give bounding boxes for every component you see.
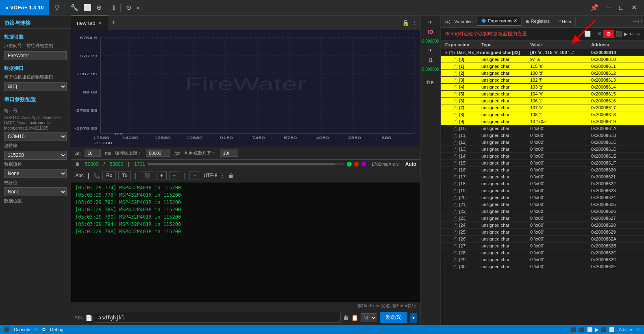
pin-button[interactable]: 📌 xyxy=(587,3,602,12)
clear-serial-icon[interactable]: 🗑 xyxy=(228,172,234,179)
debug-maximize-icon[interactable]: □ xyxy=(638,18,642,24)
debug-row[interactable]: (*) [16]unsigned char0 '\x00'0x20008620 xyxy=(441,167,644,174)
status-icon-3[interactable]: ⬜ xyxy=(587,327,593,332)
debug-row[interactable]: (*) [25]unsigned char0 '\x00'0x20008629 xyxy=(441,229,644,236)
debug-row[interactable]: (*) [4]unsigned char103 'g'0x20008614 xyxy=(441,84,644,91)
debug-row[interactable]: (*) [11]unsigned char0 '\x00'0x2000861B xyxy=(441,132,644,139)
plus-button[interactable]: + xyxy=(157,171,167,180)
debug-row[interactable]: (*) [8]unsigned char108 'l'0x20008618 xyxy=(441,111,644,118)
debug-table-body[interactable]: ▾(*)▾ Uart_Rx_Bufferunsigned char[32][97… xyxy=(441,49,644,325)
debug-row[interactable]: (*) [22]unsigned char0 '\x00'0x20008626 xyxy=(441,208,644,215)
tx-button[interactable]: Tx xyxy=(118,171,131,180)
debug-row[interactable]: (*) [6]unsigned char106 'j'0x20008616 xyxy=(441,98,644,104)
debug-row[interactable]: (*) [24]unsigned char0 '\x00'0x20008628 xyxy=(441,222,644,229)
debug-hdr-icon-2[interactable]: + xyxy=(592,31,596,37)
tab-menu-icon[interactable]: ⋮ xyxy=(411,20,417,26)
toolbar-wrench-icon[interactable]: 🔧 xyxy=(69,2,80,13)
eye-icon-1[interactable]: 👁 xyxy=(428,20,433,25)
debug-row[interactable]: (*) [18]unsigned char0 '\x00'0x20008622 xyxy=(441,180,644,187)
parity-select[interactable]: None xyxy=(4,187,67,196)
active-tab[interactable]: new tab ✕ xyxy=(71,15,108,30)
engine-input[interactable] xyxy=(4,51,67,60)
debug-row[interactable]: (*) [30]unsigned char0 '\x00'0x2000862E xyxy=(441,263,644,270)
eye-icon-2[interactable]: 👁 xyxy=(428,48,433,53)
debug-row[interactable]: (*) [14]unsigned char0 '\x00'0x2000861E xyxy=(441,153,644,160)
debug-row[interactable]: (*) [27]unsigned char0 '\x00'0x2000862B xyxy=(441,243,644,249)
port-select[interactable]: COM10 xyxy=(4,132,67,141)
debug-row[interactable]: (*) [12]unsigned char0 '\x00'0x2000861C xyxy=(441,139,644,146)
trash-icon[interactable]: 🗑 xyxy=(75,161,80,167)
status-console-label[interactable]: Console xyxy=(14,327,30,332)
debug-row[interactable]: (*) [28]unsigned char0 '\x00'0x2000862C xyxy=(441,249,644,256)
rx-button[interactable]: Rx xyxy=(102,171,116,180)
debug-row[interactable]: (*) [23]unsigned char0 '\x00'0x20008627 xyxy=(441,215,644,222)
toolbar-expand-icon[interactable]: « xyxy=(135,3,141,13)
tab-lock-icon[interactable]: 🔒 xyxy=(402,20,409,26)
debug-hdr-icon-7[interactable]: ↩ xyxy=(629,31,634,37)
status-icon-1[interactable]: ⬛ xyxy=(571,327,577,332)
expand-icon[interactable]: ▾ xyxy=(445,50,447,55)
debug-row[interactable]: (*) [1]unsigned char115 's'0x20008611 xyxy=(441,63,644,70)
debug-tab-help[interactable]: ? Help xyxy=(554,17,576,26)
serial-text-input[interactable] xyxy=(95,313,341,323)
toolbar-info-icon[interactable]: ℹ xyxy=(111,2,116,13)
baud-select[interactable]: 115200 xyxy=(4,151,67,160)
debug-hdr-icon-6[interactable]: ▶ xyxy=(624,31,628,37)
input-copy-icon[interactable]: 📋 xyxy=(351,314,358,321)
debug-tab-registers[interactable]: ⊞ Registers xyxy=(522,17,554,26)
status-debug-label[interactable]: Debug xyxy=(50,327,63,332)
debug-minimize-icon[interactable]: ─ xyxy=(633,18,637,24)
minus-button[interactable]: − xyxy=(169,171,179,180)
debug-hdr-icon-1[interactable]: ⬜ xyxy=(584,31,591,37)
encoding-icon[interactable]: ↔ xyxy=(189,171,201,180)
debug-row[interactable]: (*) [3]unsigned char102 'f'0x20008613 xyxy=(441,77,644,84)
status-icon-2[interactable]: ⬛ xyxy=(579,327,585,332)
align-button[interactable]: ⬛ xyxy=(141,171,154,180)
toolbar-dropdown-icon[interactable]: ▽ xyxy=(53,2,61,13)
input-clear-icon[interactable]: 🗑 xyxy=(343,314,349,321)
more-icon[interactable]: ⋮ xyxy=(220,172,226,179)
close-button[interactable]: ✕ xyxy=(628,3,640,12)
status-advice-label[interactable]: Advice xyxy=(619,327,632,332)
auto-input[interactable] xyxy=(220,150,238,157)
phone-icon[interactable]: 📞 xyxy=(93,172,100,179)
interface-select[interactable]: 串口 xyxy=(4,82,67,91)
buffer-input[interactable] xyxy=(146,150,170,157)
debug-refresh-button[interactable]: ⚙ xyxy=(603,30,614,38)
debug-row[interactable]: (*) [5]unsigned char104 'h'0x20008615 xyxy=(441,91,644,98)
debug-row[interactable]: (*) [17]unsigned char0 '\x00'0x20008621 xyxy=(441,174,644,180)
debug-tab-variables[interactable]: (x)= Variables xyxy=(441,17,477,26)
serial-output[interactable]: [05:03:29.774] MSP432P401R in 115200[05:… xyxy=(71,182,420,302)
debug-row[interactable]: (*) [20]unsigned char0 '\x00'0x20008624 xyxy=(441,194,644,201)
tab-add-button[interactable]: + xyxy=(108,18,119,27)
progress-track[interactable] xyxy=(148,163,344,165)
debug-hdr-icon-5[interactable]: ⬛ xyxy=(616,31,622,37)
debug-row[interactable]: (*) [13]unsigned char0 '\x00'0x2000861D xyxy=(441,146,644,153)
delta-t-input[interactable] xyxy=(85,150,101,157)
status-icon-5[interactable]: ⬛ xyxy=(601,327,607,332)
toolbar-fingerprint-icon[interactable]: ⊙ xyxy=(125,2,133,13)
tab-close-button[interactable]: ✕ xyxy=(98,20,102,26)
debug-row[interactable]: (*) [29]unsigned char0 '\x00'0x2000862D xyxy=(441,256,644,263)
minimize-button[interactable]: ─ xyxy=(603,3,614,12)
debug-row[interactable]: (*) [21]unsigned char0 '\x00'0x20008625 xyxy=(441,201,644,208)
debug-row[interactable]: (*) [15]unsigned char0 '\x00'0x2000861F xyxy=(441,160,644,167)
toolbar-layout-icon[interactable]: ⬜ xyxy=(82,2,93,13)
debug-row[interactable]: (*) [2]unsigned char100 'd'0x20008612 xyxy=(441,70,644,77)
debug-row[interactable]: (*) [9]unsigned char10 '\x0a'0x20008619 xyxy=(441,118,644,125)
debug-row[interactable]: (*) [26]unsigned char0 '\x00'0x2000862A xyxy=(441,236,644,243)
debug-tab-expressions[interactable]: 🔷 Expressions ✕ xyxy=(477,17,522,26)
newline-select[interactable]: \n xyxy=(361,313,377,322)
status-icon-6[interactable]: ⬜ xyxy=(609,327,615,332)
debug-row[interactable]: (*) [19]unsigned char0 '\x00'0x20008623 xyxy=(441,187,644,194)
flow-select[interactable]: None xyxy=(4,169,67,178)
send-button[interactable]: 发送(S) xyxy=(380,312,407,323)
debug-hdr-icon-8[interactable]: ↪ xyxy=(635,31,640,37)
debug-row[interactable]: (*) [10]unsigned char0 '\x00'0x2000861A xyxy=(441,125,644,132)
toolbar-target-icon[interactable]: ⊕ xyxy=(95,2,103,13)
debug-row[interactable]: (*) [0]unsigned char97 'a'0x20008610 xyxy=(441,56,644,63)
debug-hdr-icon-3[interactable]: ✕ xyxy=(597,31,602,37)
debug-row[interactable]: ▾(*)▾ Uart_Rx_Bufferunsigned char[32][97… xyxy=(441,49,644,56)
status-icon-4[interactable]: ▶ xyxy=(595,327,598,332)
send-dropdown-button[interactable]: ▾ xyxy=(410,313,417,323)
